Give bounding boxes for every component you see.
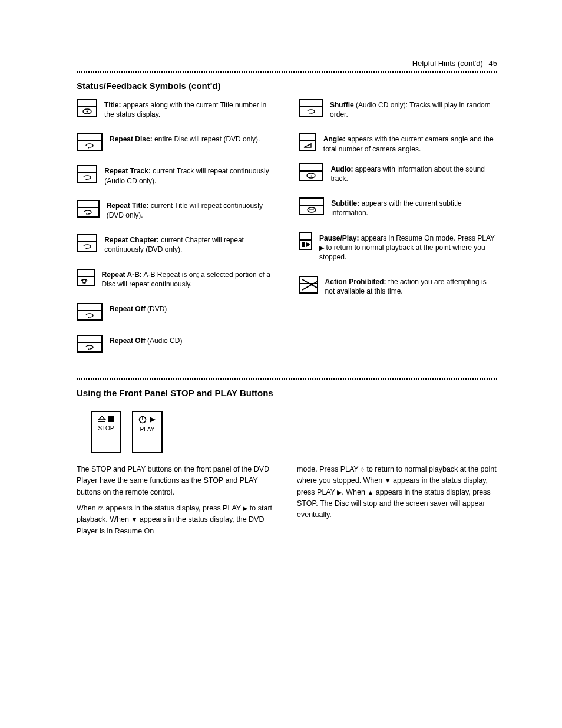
front-panel-play-button: PLAY (132, 411, 163, 453)
feature-name: Repeat Title: (107, 202, 149, 210)
body-text: appears in the status display, press PLA… (104, 504, 243, 512)
feature-row: Action Prohibited: the action you are at… (299, 276, 497, 296)
body-text: . When (342, 488, 367, 496)
weight-glyph-icon: ⚖ (98, 505, 104, 512)
feature-row: Shuffle (Audio CD only): Tracks will pla… (299, 99, 497, 119)
feature-row: Title: appears along with the current Ti… (77, 99, 275, 119)
feature-desc: (Audio CD) (147, 337, 182, 345)
audio-icon: ♪ (299, 163, 323, 181)
repeat-icon (77, 200, 100, 218)
subtitle-icon (299, 197, 324, 215)
features-right-col: Shuffle (Audio CD only): Tracks will pla… (299, 99, 497, 367)
feature-name: Repeat A-B: (102, 271, 142, 279)
svg-rect-11 (108, 416, 114, 422)
body-text: The STOP and PLAY buttons on the front p… (77, 465, 269, 496)
divider (77, 378, 497, 380)
angle-icon (299, 133, 316, 151)
feature-name: Repeat Chapter: (104, 236, 159, 244)
body-col-right: mode. Press PLAY ⎀ to return to normal p… (297, 406, 497, 537)
body-text: When (77, 504, 98, 512)
play-glyph-icon: ▶ (319, 244, 324, 251)
standby-icon (138, 416, 147, 424)
page-number: 45 (489, 59, 497, 68)
features-left-col: Title: appears along with the current Ti… (77, 99, 275, 367)
feature-name: Repeat Off (110, 337, 146, 345)
feature-desc: appears with information about the sound… (330, 165, 485, 183)
pause-play-icon (299, 232, 312, 250)
repeat-icon (77, 234, 97, 252)
page-header: Helpful Hints (cont'd) 45 (77, 59, 497, 68)
svg-rect-6 (302, 242, 303, 247)
feature-name: Repeat Off (110, 305, 146, 313)
feature-name: Angle: (323, 135, 345, 143)
body-col-left: STOP PLAY The STOP and PLAY buttons on t… (77, 406, 277, 537)
feature-row: Repeat Track: current Track will repeat … (77, 165, 275, 185)
feature-row: ♪ Audio: appears with information about … (299, 163, 497, 183)
feature-desc: entire Disc will repeat (DVD only). (154, 135, 260, 143)
feature-desc: (Audio CD only): Tracks will play in ran… (330, 101, 491, 118)
feature-desc: appears in Resume On mode. Press PLAY (361, 234, 495, 242)
feature-desc-post: to return to normal playback at the poin… (319, 243, 485, 261)
feature-row: Angle: appears with the current camera a… (299, 133, 497, 153)
repeat-ab-icon (77, 269, 95, 286)
svg-point-1 (86, 111, 88, 113)
feature-name: Pause/Play: (319, 234, 359, 242)
feature-desc: (DVD) (147, 305, 167, 313)
down-glyph-icon: ▼ (385, 477, 391, 484)
feature-row: Repeat Off (DVD) (77, 303, 275, 321)
header-title: Helpful Hints (cont'd) (412, 59, 483, 68)
svg-rect-7 (303, 242, 305, 247)
feature-row: Pause/Play: appears in Resume On mode. P… (299, 232, 497, 262)
stop-square-icon (108, 416, 114, 422)
feature-desc: appears with the current camera angle an… (323, 135, 494, 153)
shuffle-icon (299, 99, 323, 117)
feature-name: Title: (104, 101, 121, 109)
play-label: PLAY (140, 425, 155, 434)
feature-row: Repeat Disc: entire Disc will repeat (DV… (77, 133, 275, 151)
feature-row: Repeat A-B: A-B Repeat is on; a selected… (77, 269, 275, 289)
feature-row: Subtitle: appears with the current subti… (299, 197, 497, 218)
front-panel-stop-button: STOP (91, 411, 121, 453)
down-glyph-icon: ▼ (131, 516, 137, 523)
feature-desc: appears along with the current Title num… (104, 101, 266, 118)
feature-name: Audio: (330, 165, 353, 173)
repeat-icon (77, 335, 103, 353)
prohibited-icon (299, 276, 318, 294)
tool-glyph-icon: ⎀ (361, 466, 365, 473)
feature-row: Repeat Title: current Title will repeat … (77, 200, 275, 220)
repeat-icon (77, 133, 103, 151)
repeat-icon (77, 165, 97, 183)
section-title-2: Using the Front Panel STOP and PLAY Butt… (77, 388, 497, 398)
feature-name: Repeat Disc: (110, 135, 153, 143)
feature-name: Subtitle: (331, 199, 359, 207)
eject-icon (98, 416, 106, 423)
stop-label: STOP (98, 424, 114, 433)
up-glyph-icon: ▲ (367, 489, 373, 496)
repeat-icon (77, 303, 103, 321)
section-title-1: Status/Feedback Symbols (cont'd) (77, 81, 497, 91)
feature-name: Action Prohibited: (325, 278, 386, 286)
svg-text:♪: ♪ (310, 174, 312, 178)
play-triangle-icon (149, 416, 156, 423)
body-text: mode. Press PLAY (297, 465, 361, 473)
feature-row: Repeat Off (Audio CD) (77, 335, 275, 353)
feature-row: Repeat Chapter: current Chapter will rep… (77, 234, 275, 254)
title-icon (77, 99, 97, 117)
feature-name: Repeat Track: (104, 167, 151, 175)
svg-rect-10 (98, 421, 105, 422)
divider (77, 71, 497, 73)
feature-name: Shuffle (330, 101, 354, 109)
